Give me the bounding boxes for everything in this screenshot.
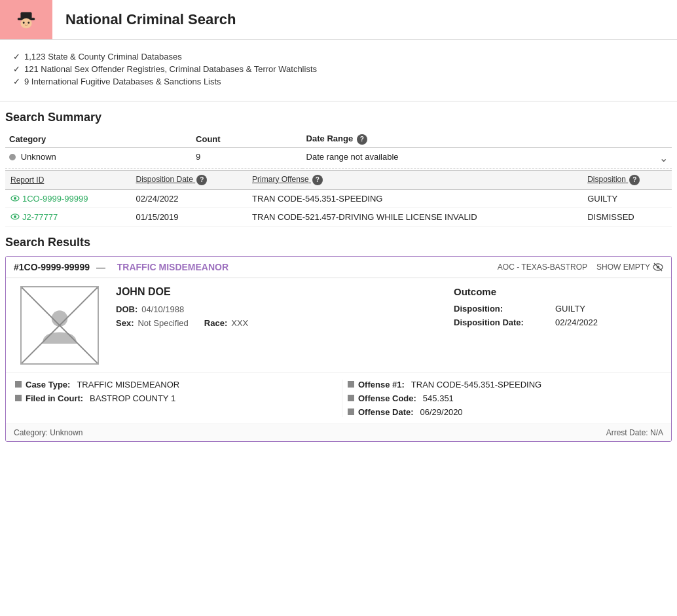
search-results-title: Search Results [5, 236, 672, 249]
col-category: Category [5, 131, 192, 147]
offense-date-row: Offense Date: 06/29/2020 [348, 407, 662, 417]
race-label: Race: [204, 318, 227, 328]
summary-row-unknown: Unknown 9 Date range not available ⌄ [5, 147, 672, 168]
check-icon-2: ✓ [13, 64, 20, 74]
page-header: National Criminal Search [0, 0, 677, 40]
expand-icon[interactable]: ⌄ [659, 152, 668, 164]
check-icon-1: ✓ [13, 52, 20, 62]
sub-table-row: Report ID Disposition Date ? Primary Off… [5, 168, 672, 226]
disp-date-1: 02/24/2022 [130, 189, 247, 208]
sex-value: Not Specified [137, 318, 188, 328]
card-id: #1CO-9999-99999 [14, 262, 90, 272]
show-empty-button[interactable]: SHOW EMPTY [596, 262, 663, 272]
no-photo-icon [37, 302, 82, 348]
svg-rect-1 [20, 12, 31, 19]
primary-offense-help-icon[interactable]: ? [312, 175, 323, 185]
card-header-right: AOC - TEXAS-BASTROP SHOW EMPTY [498, 262, 663, 272]
date-range-help-icon[interactable]: ? [357, 134, 367, 145]
svg-point-12 [52, 310, 68, 327]
race-value: XXX [231, 318, 248, 328]
case-type-value: TRAFFIC MISDEMEANOR [77, 380, 179, 390]
disp-date-2: 01/15/2019 [130, 208, 247, 226]
count-cell: 9 [192, 147, 302, 168]
dob-value: 04/10/1988 [141, 304, 184, 314]
sub-col-disposition-date[interactable]: Disposition Date ? [130, 170, 247, 189]
dob-label: DOB: [116, 304, 137, 314]
check-icon-3: ✓ [13, 77, 20, 86]
svg-point-6 [14, 197, 16, 200]
offense-code-row: Offense Code: 545.351 [348, 393, 662, 403]
outcome-title: Outcome [454, 286, 663, 297]
category-label: Category: Unknown [14, 428, 82, 437]
detective-icon [14, 7, 39, 32]
eye-icon-2 [10, 212, 20, 221]
header-icon-box [0, 0, 52, 39]
sub-table-row-1: 1CO-9999-99999 02/24/2022 TRAN CODE-545.… [5, 189, 672, 208]
disposition-date-help-icon[interactable]: ? [196, 175, 207, 185]
unknown-dot [9, 154, 16, 160]
disposition-help-icon[interactable]: ? [629, 175, 640, 185]
feature-list: ✓ 1,123 State & County Criminal Database… [0, 40, 677, 101]
offense-date-label: Offense Date: [358, 407, 414, 417]
disposition-date-row: Disposition Date: 02/24/2022 [454, 317, 663, 327]
search-summary-section: Search Summary Category Count Date Range… [0, 101, 677, 226]
offense1-value: TRAN CODE-545.351-SPEEDING [411, 380, 541, 390]
report-id-2: J2-77777 [5, 208, 130, 226]
disposition-value: GUILTY [555, 304, 585, 314]
filed-label: Filed in Court: [26, 393, 83, 403]
avatar-box [14, 286, 105, 365]
summary-table: Category Count Date Range ? Unknown 9 Da… [5, 131, 672, 226]
disposition-1: GUILTY [582, 189, 672, 208]
disposition-2: DISMISSED [582, 208, 672, 226]
disposition-label: Disposition: [454, 304, 555, 314]
results-card: #1CO-9999-99999 — TRAFFIC MISDEMEANOR AO… [5, 256, 672, 442]
report-link-1[interactable]: 1CO-9999-99999 [10, 194, 125, 204]
card-id-area: #1CO-9999-99999 — TRAFFIC MISDEMEANOR [14, 262, 229, 272]
person-name: JOHN DOE [116, 286, 443, 298]
col-count: Count [192, 131, 302, 147]
sub-table: Report ID Disposition Date ? Primary Off… [5, 170, 672, 226]
sub-col-primary-offense[interactable]: Primary Offense ? [247, 170, 582, 189]
feature-item-1: ✓ 1,123 State & County Criminal Database… [13, 52, 664, 62]
report-id-1: 1CO-9999-99999 [5, 189, 130, 208]
avatar-placeholder [20, 286, 99, 365]
arrest-date-label: Arrest Date: N/A [606, 428, 663, 437]
offense-date-value: 06/29/2020 [420, 407, 463, 417]
sub-table-header: Report ID Disposition Date ? Primary Off… [5, 170, 672, 189]
card-header: #1CO-9999-99999 — TRAFFIC MISDEMEANOR AO… [6, 257, 671, 278]
offense1-label: Offense #1: [358, 380, 405, 390]
category-cell: Unknown [5, 147, 192, 168]
sub-col-report-id[interactable]: Report ID [5, 170, 130, 189]
primary-offense-2: TRAN CODE-521.457-DRIVING WHILE LICENSE … [247, 208, 582, 226]
offense-code-value: 545.351 [423, 393, 454, 403]
feature-item-3: ✓ 9 International Fugitive Databases & S… [13, 77, 664, 86]
card-bottom: Category: Unknown Arrest Date: N/A [6, 424, 671, 441]
sex-field: Sex: Not Specified [116, 318, 189, 328]
sub-col-disposition[interactable]: Disposition ? [582, 170, 672, 189]
hide-icon [653, 262, 663, 272]
outcome-disposition-date-value: 02/24/2022 [555, 317, 598, 327]
card-type: TRAFFIC MISDEMEANOR [117, 262, 229, 272]
filed-value: BASTROP COUNTY 1 [90, 393, 175, 403]
svg-point-4 [27, 22, 29, 24]
disposition-row: Disposition: GUILTY [454, 304, 663, 314]
page-title: National Criminal Search [52, 11, 236, 28]
card-location: AOC - TEXAS-BASTROP [498, 263, 587, 272]
primary-offense-1: TRAN CODE-545.351-SPEEDING [247, 189, 582, 208]
search-summary-title: Search Summary [5, 111, 672, 124]
offense-date-sq [348, 408, 354, 415]
card-body: JOHN DOE DOB: 04/10/1988 Sex: Not Specif… [6, 278, 671, 373]
race-field: Race: XXX [204, 318, 248, 328]
eye-icon-1 [10, 194, 20, 203]
col-date-range: Date Range ? [302, 131, 672, 147]
filed-in-court-row: Filed in Court: BASTROP COUNTY 1 [15, 393, 335, 403]
svg-point-3 [23, 22, 25, 24]
case-type-row: Case Type: TRAFFIC MISDEMEANOR [15, 380, 335, 390]
case-type-sq [15, 381, 22, 388]
footer-right: Offense #1: TRAN CODE-545.351-SPEEDING O… [342, 380, 662, 417]
person-fields-row: Sex: Not Specified Race: XXX [116, 318, 443, 332]
report-link-2[interactable]: J2-77777 [10, 212, 125, 222]
footer-grid: Case Type: TRAFFIC MISDEMEANOR Filed in … [15, 380, 662, 417]
sub-table-row-2: J2-77777 01/15/2019 TRAN CODE-521.457-DR… [5, 208, 672, 226]
dob-field: DOB: 04/10/1988 [116, 304, 443, 314]
